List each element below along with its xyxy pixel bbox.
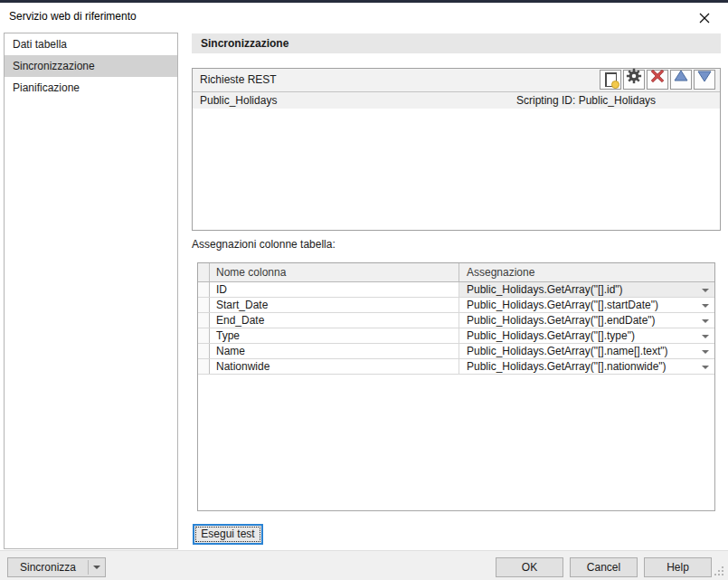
cell-column-name[interactable]: Type (210, 328, 459, 343)
row-selector[interactable] (198, 344, 210, 358)
titlebar: Servizio web di riferimento (0, 3, 728, 30)
assignment-value: Public_Holidays.GetArray("[].endDate") (467, 314, 656, 327)
assignment-value: Public_Holidays.GetArray("[].nationwide"… (467, 360, 667, 373)
triangle-down-icon (696, 69, 713, 91)
sidebar-item-sincronizzazione[interactable]: Sincronizzazione (5, 55, 177, 77)
request-name: Public_Holidays (200, 92, 277, 109)
assignment-value: Public_Holidays.GetArray("[].type") (467, 329, 635, 342)
close-icon[interactable] (695, 9, 714, 27)
move-up-button[interactable] (670, 70, 692, 90)
row-selector-header (198, 263, 210, 281)
rest-requests-band: Richieste REST (193, 69, 720, 92)
row-selector[interactable] (198, 359, 210, 374)
sync-split-button[interactable]: Sincronizza (7, 557, 106, 577)
cell-assignment-dropdown[interactable]: Public_Holidays.GetArray("[].nationwide"… (459, 359, 714, 374)
table-row: Nationwide Public_Holidays.GetArray("[].… (198, 359, 714, 375)
cell-column-name[interactable]: End_Date (210, 313, 459, 328)
column-assignments-table: Nome colonna Assegnazione ID Public_Holi… (197, 262, 715, 511)
assignment-value: Public_Holidays.GetArray("[].startDate") (467, 299, 658, 311)
cell-assignment-dropdown[interactable]: Public_Holidays.GetArray("[].type") (459, 328, 714, 343)
sync-dropdown-button[interactable] (89, 558, 105, 576)
cell-assignment-dropdown[interactable]: Public_Holidays.GetArray("[].startDate") (459, 298, 714, 312)
chevron-down-icon[interactable] (702, 289, 709, 292)
sidebar-item-pianificazione[interactable]: Pianificazione (5, 77, 177, 99)
table-row: Name Public_Holidays.GetArray("[].name[]… (198, 344, 714, 359)
cell-column-name[interactable]: ID (210, 282, 459, 297)
cell-column-name[interactable]: Start_Date (210, 298, 459, 312)
red-cross-icon (650, 69, 665, 91)
chevron-down-icon[interactable] (702, 350, 709, 354)
sync-button[interactable]: Sincronizza (8, 558, 88, 576)
chevron-down-icon[interactable] (702, 304, 709, 308)
row-selector[interactable] (198, 328, 210, 343)
column-header-name: Nome colonna (210, 263, 459, 281)
assignment-value: Public_Holidays.GetArray("[].name[].text… (467, 345, 668, 357)
triangle-up-icon (673, 69, 689, 91)
new-document-icon (605, 72, 617, 87)
sidebar-item-dati-tabella[interactable]: Dati tabella (5, 33, 177, 55)
assignment-value: Public_Holidays.GetArray("[].id") (467, 283, 623, 296)
assignments-label: Assegnazioni colonne tabella: (192, 237, 336, 252)
rest-requests-panel: Richieste REST (192, 68, 721, 231)
table-row: ID Public_Holidays.GetArray("[].id") (198, 282, 714, 298)
rest-toolbar (600, 70, 715, 90)
request-settings-button[interactable] (623, 70, 645, 90)
table-row: Start_Date Public_Holidays.GetArray("[].… (198, 298, 714, 313)
ok-button[interactable]: OK (496, 557, 563, 577)
chevron-down-icon[interactable] (702, 366, 709, 369)
rest-requests-list: Public_Holidays Scripting ID: Public_Hol… (193, 92, 720, 230)
rest-request-row[interactable]: Public_Holidays Scripting ID: Public_Hol… (193, 92, 720, 109)
row-selector[interactable] (198, 298, 210, 312)
cell-assignment-dropdown[interactable]: Public_Holidays.GetArray("[].id") (459, 282, 714, 297)
chevron-down-icon[interactable] (702, 335, 709, 338)
cell-column-name[interactable]: Nationwide (210, 359, 459, 374)
column-header-assignment: Assegnazione (459, 263, 714, 281)
table-header-row: Nome colonna Assegnazione (198, 263, 714, 282)
cancel-button[interactable]: Cancel (570, 557, 638, 577)
section-header: Sincronizzazione (192, 33, 721, 53)
help-button[interactable]: Help (644, 557, 712, 577)
cell-column-name[interactable]: Name (210, 344, 459, 358)
cell-assignment-dropdown[interactable]: Public_Holidays.GetArray("[].name[].text… (459, 344, 714, 358)
chevron-down-icon (93, 566, 100, 569)
delete-request-button[interactable] (647, 70, 668, 90)
chevron-down-icon[interactable] (702, 319, 709, 323)
table-row: End_Date Public_Holidays.GetArray("[].en… (198, 313, 714, 328)
gear-icon (626, 68, 642, 92)
rest-requests-label: Richieste REST (200, 73, 277, 86)
window-title: Servizio web di riferimento (9, 10, 137, 23)
dialog-footer: Sincronizza OK Cancel Help (0, 550, 728, 580)
resize-grip[interactable] (714, 566, 716, 568)
add-request-button[interactable] (600, 70, 621, 90)
row-selector[interactable] (198, 313, 210, 328)
run-test-label: Esegui test (201, 528, 254, 540)
table-row: Type Public_Holidays.GetArray("[].type") (198, 328, 714, 344)
cell-assignment-dropdown[interactable]: Public_Holidays.GetArray("[].endDate") (459, 313, 714, 328)
run-test-button[interactable]: Esegui test (193, 524, 263, 545)
request-scripting-id: Scripting ID: Public_Holidays (516, 92, 656, 109)
nav-sidebar: Dati tabella Sincronizzazione Pianificaz… (4, 33, 178, 549)
row-selector[interactable] (198, 282, 210, 297)
move-down-button[interactable] (694, 70, 715, 90)
